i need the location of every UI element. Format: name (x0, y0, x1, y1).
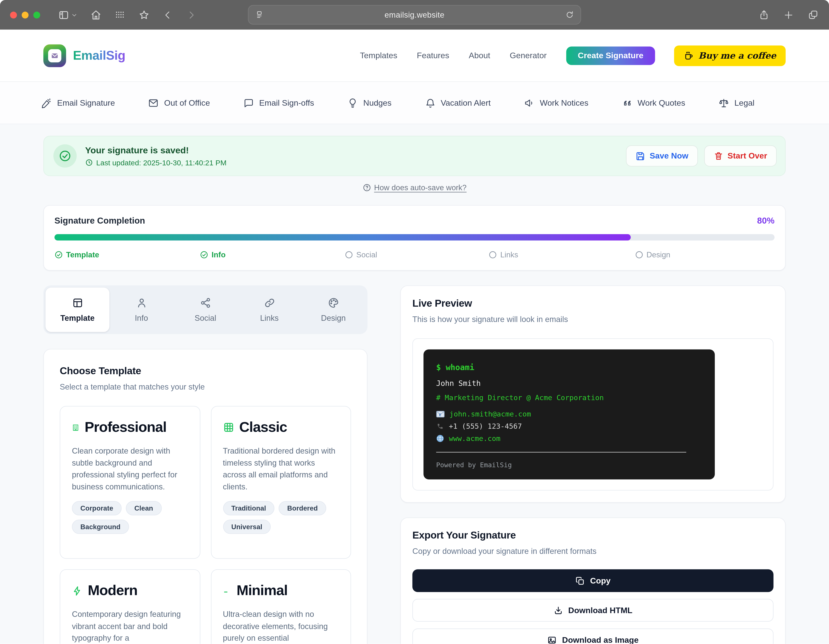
signature-website[interactable]: www.acme.com (449, 434, 501, 442)
close-window-button[interactable] (10, 11, 17, 18)
buy-me-a-coffee-button[interactable]: Buy me a coffee (674, 45, 786, 66)
signature-preview-box: $ whoami John Smith # Marketing Director… (413, 339, 774, 491)
template-name: Minimal (237, 583, 288, 599)
export-subtitle: Copy or download your signature in diffe… (413, 546, 774, 556)
step-design: Design (635, 250, 670, 259)
autosave-help-link[interactable]: How does auto-save work? (362, 183, 467, 192)
brand-logo-icon (43, 44, 66, 67)
url-text[interactable]: emailsig.website (264, 10, 565, 19)
template-tag: Clean (126, 501, 161, 515)
subnav-label: Email Sign-offs (259, 98, 314, 107)
progress-steps: Template Info Social Links Design (55, 250, 774, 260)
subnav-work-notices[interactable]: Work Notices (524, 98, 588, 108)
forward-icon[interactable] (186, 10, 196, 20)
bookmarks-star-icon[interactable] (139, 9, 150, 20)
subnav-work-quotes[interactable]: Work Quotes (622, 98, 686, 108)
template-card-classic[interactable]: Classic Traditional bordered design with… (211, 406, 351, 559)
terminal-divider (436, 452, 686, 452)
new-tab-icon[interactable] (783, 10, 794, 20)
signature-role: # Marketing Director @ Acme Corporation (436, 393, 702, 402)
macos-safari-window: emailsig.website EmailSig (0, 0, 829, 644)
tab-design[interactable]: Design (301, 288, 366, 332)
reader-icon[interactable] (255, 10, 264, 19)
buy-me-a-coffee-label: Buy me a coffee (698, 50, 776, 60)
template-tag: Universal (223, 520, 271, 534)
megaphone-icon (524, 98, 534, 108)
live-preview-title: Live Preview (413, 298, 774, 309)
template-card-professional[interactable]: Professional Clean corporate design with… (60, 406, 200, 559)
nav-generator[interactable]: Generator (510, 51, 547, 60)
tab-social[interactable]: Social (173, 288, 238, 332)
signature-email[interactable]: john.smith@acme.com (449, 409, 531, 418)
save-now-button[interactable]: Save Now (626, 145, 698, 167)
download-html-button[interactable]: Download HTML (413, 599, 774, 622)
template-name: Classic (239, 419, 287, 436)
save-status-title: Your signature is saved! (85, 145, 227, 156)
export-card: Export Your Signature Copy or download y… (400, 517, 786, 644)
tab-info[interactable]: Info (109, 288, 173, 332)
tab-label: Links (260, 313, 279, 323)
template-name: Professional (85, 419, 166, 436)
floppy-icon (635, 151, 645, 161)
progress-title: Signature Completion (55, 216, 145, 226)
progress-percent: 80% (757, 216, 774, 226)
zoom-window-button[interactable] (33, 11, 40, 18)
nav-templates[interactable]: Templates (360, 51, 397, 60)
download-icon (553, 605, 563, 615)
subnav-label: Email Signature (57, 98, 115, 107)
dash-icon (223, 586, 231, 595)
category-nav: Email Signature Out of Office Email Sign… (0, 82, 829, 124)
nav-features[interactable]: Features (417, 51, 449, 60)
chevron-down-icon[interactable] (71, 12, 77, 17)
image-icon (547, 635, 557, 644)
copy-icon (575, 576, 585, 585)
subnav-email-signature[interactable]: Email Signature (41, 98, 115, 108)
phone-icon (436, 422, 444, 430)
main-nav: Templates Features About Generator (360, 51, 547, 60)
svg-text:E: E (439, 413, 441, 417)
app-grid-icon[interactable] (115, 9, 125, 20)
signature-completion-card: Signature Completion 80% Template Info S… (43, 205, 786, 271)
tab-label: Info (135, 313, 148, 323)
sidebar-icon[interactable] (58, 9, 69, 20)
subnav-legal[interactable]: Legal (719, 98, 754, 108)
create-signature-button[interactable]: Create Signature (566, 46, 655, 65)
autosave-help-label: How does auto-save work? (374, 183, 467, 192)
tab-links[interactable]: Links (237, 288, 301, 332)
live-preview-card: Live Preview This is how your signature … (400, 285, 786, 503)
bolt-icon (72, 585, 82, 596)
signature-name: John Smith (436, 379, 702, 387)
grid-icon (223, 422, 234, 433)
template-card-minimal[interactable]: Minimal Ultra-clean design with no decor… (211, 569, 351, 644)
address-bar[interactable]: emailsig.website (248, 5, 581, 24)
subnav-nudges[interactable]: Nudges (347, 98, 391, 108)
progress-fill (55, 234, 630, 241)
reload-icon[interactable] (565, 10, 574, 19)
download-image-button[interactable]: Download as Image (413, 628, 774, 644)
subnav-vacation-alert[interactable]: Vacation Alert (425, 98, 491, 108)
minimize-window-button[interactable] (22, 11, 28, 18)
template-description: Traditional bordered design with timeles… (223, 445, 339, 493)
save-now-label: Save Now (650, 151, 689, 161)
copy-button[interactable]: Copy (413, 569, 774, 592)
tab-overview-icon[interactable] (808, 9, 818, 20)
template-description: Clean corporate design with subtle backg… (72, 445, 188, 493)
copy-label: Copy (590, 576, 611, 585)
clock-icon (85, 159, 93, 166)
nav-about[interactable]: About (469, 51, 490, 60)
template-card-modern[interactable]: Modern Contemporary design featuring vib… (60, 569, 200, 644)
brand-logo[interactable]: EmailSig (43, 44, 125, 67)
home-icon[interactable] (90, 9, 102, 20)
window-controls (0, 11, 40, 18)
tab-template[interactable]: Template (46, 288, 109, 332)
choose-template-subtitle: Select a template that matches your styl… (60, 382, 351, 391)
subnav-out-of-office[interactable]: Out of Office (148, 98, 210, 108)
start-over-label: Start Over (727, 151, 767, 161)
start-over-button[interactable]: Start Over (704, 145, 777, 167)
subnav-email-sign-offs[interactable]: Email Sign-offs (243, 98, 314, 108)
back-icon[interactable] (163, 10, 173, 20)
last-updated-text: Last updated: 2025-10-30, 11:40:21 PM (96, 158, 227, 167)
share-icon[interactable] (759, 9, 769, 20)
subnav-label: Vacation Alert (441, 98, 490, 107)
powered-by-text: Powered by EmailSig (436, 461, 702, 469)
